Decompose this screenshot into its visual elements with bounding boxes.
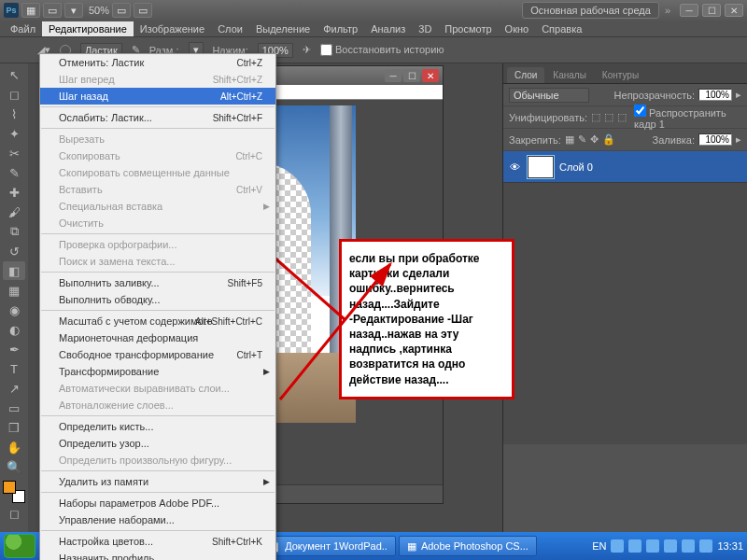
blend-mode-select[interactable]: Обычные [509,88,589,103]
menuitem[interactable]: Определить кисть... [40,418,275,435]
menuitem: Поиск и замена текста... [40,253,275,270]
menuitem[interactable]: Настройка цветов...Shift+Ctrl+K [40,533,275,550]
move-tool-icon[interactable]: ↖ [3,65,25,84]
unify-vis-icon[interactable]: ⬚ [604,111,613,123]
menuitem[interactable]: Шаг назадAlt+Ctrl+Z [40,88,275,105]
stamp-tool-icon[interactable]: ⧉ [3,222,25,241]
menu-фильтр[interactable]: Фильтр [317,21,364,36]
lock-paint-icon[interactable]: ✎ [578,133,586,146]
lock-pos-icon[interactable]: ✥ [590,133,599,146]
healing-tool-icon[interactable]: ✚ [3,183,25,202]
eyedropper-tool-icon[interactable]: ✎ [3,163,25,182]
color-swatch[interactable] [3,481,25,503]
menuitem[interactable]: Удалить из памяти▶ [40,473,275,490]
menu-выделение[interactable]: Выделение [249,21,317,36]
fill-input[interactable]: 100% [698,133,732,146]
menuitem[interactable]: Определить узор... [40,435,275,452]
menu-слои[interactable]: Слои [211,21,249,36]
propagate-checkbox[interactable]: Распространить кадр 1 [634,105,741,130]
chevrons-icon[interactable]: » [665,5,670,16]
blur-tool-icon[interactable]: ◉ [3,301,25,319]
menu-изображение[interactable]: Изображение [134,21,211,36]
doc-close-button[interactable]: ✕ [422,69,439,82]
layer-row[interactable]: 👁 Слой 0 [503,151,747,183]
mini-bridge-button[interactable]: ▭ [43,3,62,18]
pen-tool-icon[interactable]: ✒ [3,340,25,358]
workspace-switcher[interactable]: Основная рабочая среда [522,2,659,19]
menuitem[interactable]: Трансформирование▶ [40,363,275,380]
layer-thumbnail[interactable] [528,156,554,178]
fill-arrow-icon[interactable]: ▸ [736,133,741,146]
menubar: ФайлРедактированиеИзображениеСлоиВыделен… [0,21,747,37]
taskbar-button[interactable]: 📄Документ 1WordPad.. [259,536,396,556]
zoom-level[interactable]: 50% [89,5,109,16]
tray-icon[interactable] [646,539,659,553]
lasso-tool-icon[interactable]: ⌇ [3,105,25,123]
menuitem[interactable]: Ослабить: Ластик...Shift+Ctrl+F [40,109,275,126]
tray-icon[interactable] [682,539,695,553]
doc-minimize-button[interactable]: ─ [385,69,402,82]
unify-style-icon[interactable]: ⬚ [617,111,627,123]
path-tool-icon[interactable]: ↗ [3,379,25,398]
menuitem[interactable]: Марионеточная деформация [40,329,275,346]
type-tool-icon[interactable]: T [3,359,25,378]
visibility-eye-icon[interactable]: 👁 [507,161,522,173]
menu-3d[interactable]: 3D [412,21,438,36]
menuitem[interactable]: Масштаб с учетом содержимогоAlt+Shift+Ct… [40,313,275,329]
history-brush-tool-icon[interactable]: ↺ [3,242,25,260]
tab-слои[interactable]: Слои [507,67,544,83]
lang-indicator[interactable]: EN [592,540,606,552]
menu-файл[interactable]: Файл [4,21,42,36]
menu-анализ[interactable]: Анализ [364,21,412,36]
arrange-button[interactable]: ▭ [112,3,131,18]
quickmask-icon[interactable]: ◻ [3,504,25,523]
menuitem[interactable]: Управление наборами... [40,511,275,528]
view-extras-button[interactable]: ▾ [64,3,83,18]
marquee-tool-icon[interactable]: ◻ [3,85,25,104]
3d-tool-icon[interactable]: ❒ [3,418,25,437]
gradient-tool-icon[interactable]: ▦ [3,281,25,300]
unify-pos-icon[interactable]: ⬚ [591,111,600,123]
menu-просмотр[interactable]: Просмотр [438,21,498,36]
tab-контуры[interactable]: Контуры [595,67,646,83]
opacity-arrow-icon[interactable]: ▸ [736,89,741,101]
lock-trans-icon[interactable]: ▦ [565,133,574,146]
tray-icon[interactable] [628,539,641,553]
menuitem[interactable]: Выполнить обводку... [40,291,275,308]
menuitem[interactable]: Наборы параметров Adobe PDF... [40,495,275,511]
opacity-input[interactable]: 100% [698,89,732,101]
dodge-tool-icon[interactable]: ◐ [3,320,25,339]
close-button[interactable]: ✕ [725,4,743,17]
menuitem[interactable]: Свободное трансформированиеCtrl+T [40,346,275,363]
shape-tool-icon[interactable]: ▭ [3,399,25,417]
menuitem[interactable]: Выполнить заливку...Shift+F5 [40,274,275,291]
menu-справка[interactable]: Справка [535,21,588,36]
lock-all-icon[interactable]: 🔒 [602,133,615,146]
crop-tool-icon[interactable]: ✂ [3,144,25,162]
tray-icon[interactable] [611,539,624,553]
airbrush-icon[interactable]: ✈ [303,44,311,56]
minimize-button[interactable]: ─ [680,4,698,17]
screen-mode-button[interactable]: ▭ [134,3,152,18]
hand-tool-icon[interactable]: ✋ [3,438,25,456]
tray-icon[interactable] [699,539,712,553]
bridge-button[interactable]: ▦ [21,3,40,18]
menuitem: Специальная вставка▶ [40,198,275,215]
menuitem[interactable]: Отменить: ЛастикCtrl+Z [40,54,275,71]
start-button[interactable] [4,534,35,558]
wand-tool-icon[interactable]: ✦ [3,124,25,143]
menuitem[interactable]: Назначить профиль... [40,550,275,560]
eraser-tool-icon[interactable]: ◧ [3,261,25,280]
doc-maximize-button[interactable]: ☐ [403,69,420,82]
tray-icon[interactable] [664,539,677,553]
brush-tool-icon[interactable]: 🖌 [3,203,25,221]
menu-редактирование[interactable]: Редактирование [42,21,134,36]
menu-окно[interactable]: Окно [499,21,536,36]
maximize-button[interactable]: ☐ [702,4,721,17]
layer-name[interactable]: Слой 0 [559,161,593,173]
tab-каналы[interactable]: Каналы [545,67,594,83]
taskbar-button[interactable]: ▦Adobe Photoshop CS... [399,536,537,556]
restore-history-checkbox[interactable]: Восстановить историю [320,44,444,57]
clock[interactable]: 13:31 [717,540,743,552]
zoom-tool-icon[interactable]: 🔍 [3,457,25,476]
